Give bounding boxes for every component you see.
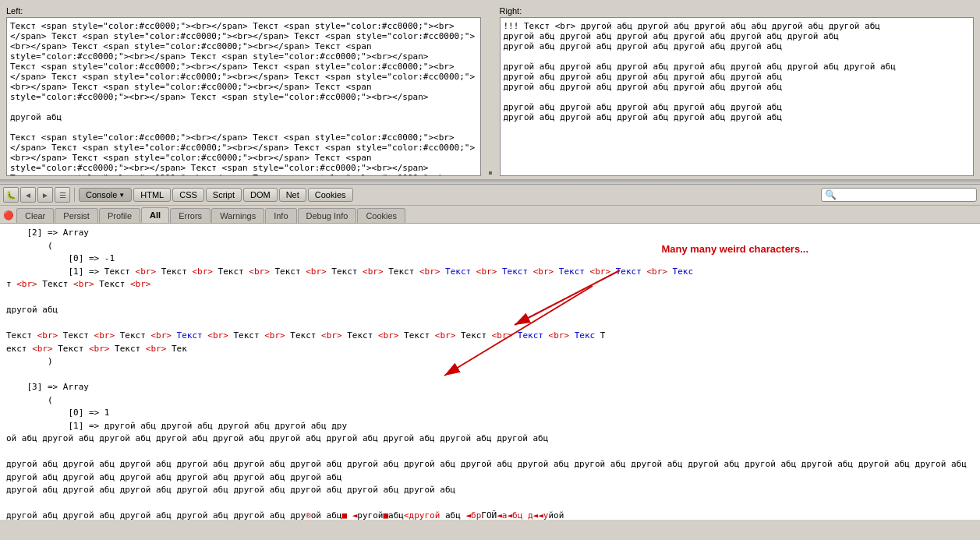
console-tab-bar: 🔴 Clear Persist Profile All Errors Warni… <box>0 206 980 224</box>
errors-tab[interactable]: Errors <box>170 208 211 223</box>
console-line <box>6 291 974 305</box>
toolbar-sep-1 <box>74 188 75 202</box>
search-box: 🔍 <box>821 188 977 202</box>
left-panel: Left: Текст <span style="color:#cc0000;"… <box>6 6 481 176</box>
warnings-tab[interactable]: Warnings <box>211 208 264 223</box>
console-line: ) <box>6 355 974 369</box>
menu-btn[interactable]: ☰ <box>55 187 70 203</box>
resize-handle[interactable] <box>487 6 494 176</box>
console-tab-btn[interactable]: Console ▼ <box>79 188 132 202</box>
console-line: [3] => Array <box>6 381 974 394</box>
right-label: Right: <box>500 6 975 16</box>
console-label: Console <box>86 190 117 199</box>
left-textarea[interactable]: Текст <span style="color:#cc0000;"><br><… <box>6 17 481 176</box>
back-btn[interactable]: ◄ <box>20 187 36 203</box>
error-icon: 🔴 <box>3 210 14 221</box>
net-tab-btn[interactable]: Net <box>279 188 306 202</box>
debug-info-tab[interactable]: Debug Info <box>298 208 357 223</box>
script-tab-btn[interactable]: Script <box>206 188 242 202</box>
console-line: другой абц <box>6 304 974 317</box>
search-input[interactable] <box>837 190 973 199</box>
console-output[interactable]: [2] => Array ( [0] => -1 [1] => Текст <b… <box>0 224 980 520</box>
console-line: Текст <br> Текст <br> Текст <br> Текст <… <box>6 330 974 343</box>
cookies-toolbar-btn[interactable]: Cookies <box>308 188 353 202</box>
console-line: [0] => 1 <box>6 407 974 420</box>
profile-tab[interactable]: Profile <box>99 208 140 223</box>
console-line: ой абц другой абц другой абц другой абц … <box>6 432 974 446</box>
console-line: другой абц другой абц другой абц другой … <box>6 458 974 484</box>
devtools-panel: 🐛 ◄ ► ☰ Console ▼ HTML CSS Script DOM Ne… <box>0 184 980 520</box>
persist-tab[interactable]: Persist <box>55 208 98 223</box>
clear-tab[interactable]: Clear <box>16 208 54 223</box>
console-line: ( <box>6 394 974 408</box>
console-line: другой абц другой абц другой абц другой … <box>6 510 974 520</box>
console-line <box>6 317 974 330</box>
left-label: Left: <box>6 6 481 16</box>
console-line: другой абц другой абц другой абц другой … <box>6 484 974 497</box>
console-line: [2] => Array <box>6 227 974 240</box>
css-tab-btn[interactable]: CSS <box>172 188 204 202</box>
all-tab[interactable]: All <box>141 207 169 223</box>
console-line: [0] => -1 <box>6 252 974 266</box>
right-textarea[interactable]: !!! Текст <br> другой абц другой абц дру… <box>500 17 975 176</box>
console-line: екст <br> Текст <br> Текст <br> Тек <box>6 343 974 356</box>
console-line <box>6 369 974 382</box>
resize-dot <box>489 171 492 175</box>
search-icon: 🔍 <box>825 189 837 200</box>
top-editor-section: Left: Текст <span style="color:#cc0000;"… <box>0 0 980 179</box>
dom-tab-btn[interactable]: DOM <box>243 188 278 202</box>
devtools-toolbar: 🐛 ◄ ► ☰ Console ▼ HTML CSS Script DOM Ne… <box>0 185 980 206</box>
console-line: [1] => другой абц другой абц другой абц … <box>6 420 974 433</box>
console-line: [1] => Текст <br> Текст <br> Текст <br> … <box>6 266 974 279</box>
console-line <box>6 497 974 510</box>
right-panel: Right: !!! Текст <br> другой абц другой … <box>500 6 975 176</box>
info-tab[interactable]: Info <box>265 208 296 223</box>
cookies-tab[interactable]: Cookies <box>357 208 405 223</box>
forward-btn[interactable]: ► <box>37 187 53 203</box>
console-line: ( <box>6 240 974 253</box>
console-output-container: [2] => Array ( [0] => -1 [1] => Текст <b… <box>0 224 980 520</box>
html-tab-btn[interactable]: HTML <box>133 188 171 202</box>
console-chevron: ▼ <box>119 192 125 199</box>
console-line: т <br> Текст <br> Текст <br> <box>6 278 974 291</box>
bug-icon-btn[interactable]: 🐛 <box>3 187 19 203</box>
console-line <box>6 446 974 459</box>
